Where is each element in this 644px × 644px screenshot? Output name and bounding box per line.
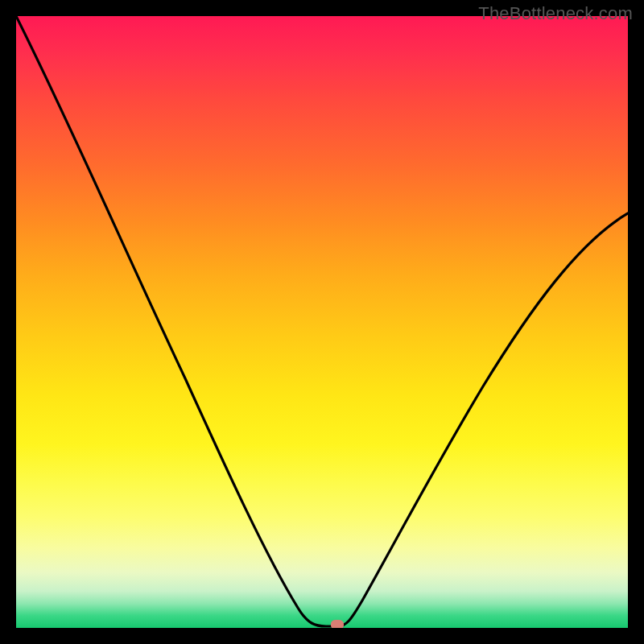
plot-area (16, 16, 628, 628)
curve-svg (16, 16, 628, 628)
watermark-text: TheBottleneck.com (478, 3, 633, 24)
chart-frame: TheBottleneck.com (0, 0, 644, 644)
optimum-marker (331, 620, 344, 628)
bottleneck-curve (16, 16, 628, 626)
